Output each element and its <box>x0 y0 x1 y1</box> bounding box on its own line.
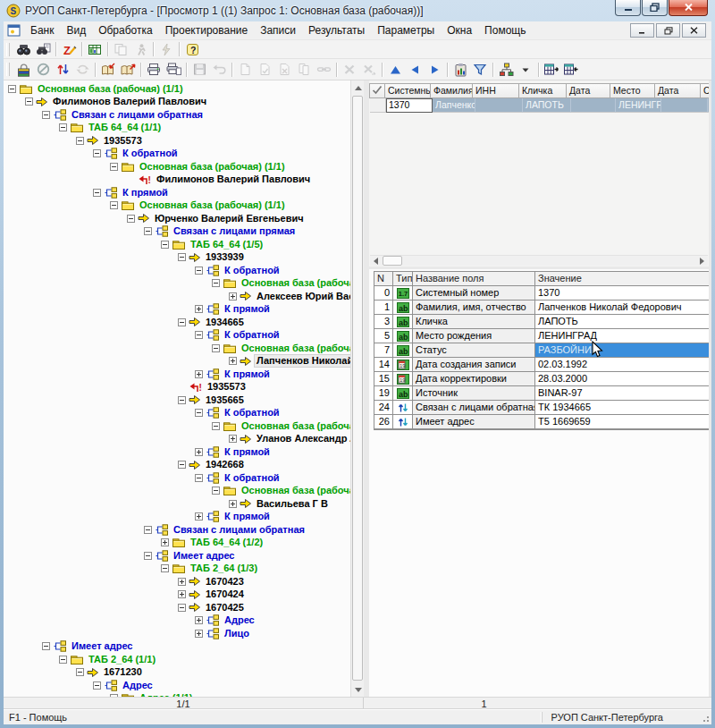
tree-node[interactable]: Адрес <box>4 614 350 628</box>
tree-node-label[interactable]: К прямой <box>223 368 272 380</box>
print-setup-button[interactable] <box>164 61 183 79</box>
field-row[interactable]: 1abФамилия, имя, отчествоЛапченков Никол… <box>374 301 709 315</box>
tree-node-label[interactable]: К прямой <box>121 187 170 199</box>
tree-node-label[interactable]: К обратной <box>223 472 282 484</box>
field-row[interactable]: 01.7Системный номер1370 <box>374 286 709 301</box>
collapse-minus-icon[interactable] <box>161 241 169 249</box>
field-value[interactable]: BINAR-97 <box>535 386 709 401</box>
field-row[interactable]: 7abСтатусРАЗБОЙНИК <box>374 343 709 358</box>
tree-node-label[interactable]: К прямой <box>223 446 272 458</box>
collapse-minus-icon[interactable] <box>76 137 84 145</box>
tree-mode-button[interactable] <box>496 61 516 79</box>
tree-node[interactable]: Филимонов Валерий Павлович <box>4 96 350 109</box>
field-name[interactable]: Кличка <box>413 315 535 329</box>
tree-node-label[interactable]: Адрес <box>121 680 155 691</box>
tree-node-label[interactable]: К обратной <box>223 407 282 419</box>
tree-node-label[interactable]: 1671230 <box>102 666 144 678</box>
tree-node[interactable]: 1935573 <box>4 134 350 148</box>
tree-node-label[interactable]: К обратной <box>223 329 282 341</box>
tree-node[interactable]: 1670425 <box>4 601 350 614</box>
grid-column-header-0[interactable] <box>369 83 385 98</box>
nav-next-button[interactable] <box>425 61 444 79</box>
tree-node-label[interactable]: Алексеев Юрий Васильевич <box>255 291 350 302</box>
grid-horizontal-scrollbar[interactable] <box>370 255 708 266</box>
tree-node[interactable]: Основная база (рабочая) (1/1) <box>4 160 350 174</box>
grid-column-header-1[interactable]: Системный <box>384 83 431 98</box>
menu-item-1[interactable]: Банк <box>24 22 60 38</box>
expand-plus-icon[interactable] <box>195 305 203 313</box>
collapse-minus-icon[interactable] <box>161 564 169 572</box>
tree-node-label[interactable]: 1942668 <box>204 459 246 470</box>
nav-prev-button[interactable] <box>405 61 425 79</box>
tree-node-label[interactable]: Адрес <box>223 614 257 626</box>
close-button[interactable] <box>669 0 708 16</box>
tree-node[interactable]: Лицо <box>4 627 350 640</box>
link-record-button[interactable] <box>314 61 333 79</box>
tree-node-label[interactable]: Филимонов Валерий Павлович <box>51 96 208 107</box>
menu-item-9[interactable]: Помощь <box>478 22 532 38</box>
tree-node-label[interactable]: Основная база (рабочая) (1/1) <box>240 485 350 496</box>
field-value[interactable]: РАЗБОЙНИК <box>535 343 709 358</box>
tree-node-label[interactable]: К обратной <box>121 148 180 159</box>
mdi-close-button[interactable] <box>682 23 706 38</box>
tree-node[interactable]: Лапченков Николай Федорович <box>4 355 350 368</box>
grid-column-header-5[interactable]: Дата <box>566 83 610 98</box>
field-value[interactable]: 1370 <box>535 286 709 301</box>
grid-column-header-8[interactable]: Статус <box>700 83 709 98</box>
field-row[interactable]: 26Имеет адресТ5 1669659 <box>374 415 709 429</box>
tree-node-label[interactable]: Основная база (рабочая) (1/1) <box>240 343 350 354</box>
collapse-minus-icon[interactable] <box>8 85 16 93</box>
tree-mode-menu-button[interactable] <box>516 61 535 79</box>
filter-button[interactable] <box>470 61 490 79</box>
collapse-minus-icon[interactable] <box>59 123 67 131</box>
expand-plus-icon[interactable] <box>178 590 186 598</box>
collapse-minus-icon[interactable] <box>127 215 135 223</box>
field-name[interactable]: Связан с лицами обратная <box>413 401 535 415</box>
collapse-minus-icon[interactable] <box>42 642 50 650</box>
tree-node[interactable]: Адрес <box>4 679 350 692</box>
tree-node[interactable]: Адрес (1/1) <box>4 692 350 698</box>
tree-node-label[interactable]: ТАБ 64_64 (1/1) <box>87 122 163 133</box>
collapse-minus-icon[interactable] <box>110 163 118 171</box>
tree-node[interactable]: Основная база (рабочая) (1/1) <box>4 342 350 355</box>
collapse-minus-icon[interactable] <box>178 396 186 404</box>
scroll-right-button[interactable] <box>696 256 708 266</box>
collapse-minus-icon[interactable] <box>178 461 186 469</box>
grid-cell[interactable]: РАЗБОЙНИК <box>708 98 709 113</box>
grid-cell[interactable] <box>475 98 523 113</box>
tree-node[interactable]: Имеет адрес <box>4 640 350 654</box>
field-row[interactable]: 3abКличкаЛАПОТЬ <box>374 315 709 329</box>
expand-plus-icon[interactable] <box>195 630 203 638</box>
tree-node[interactable]: !1935573 <box>4 381 350 394</box>
edit-record-button[interactable] <box>255 61 274 79</box>
collapse-minus-icon[interactable] <box>178 253 186 261</box>
fields-column-header-4[interactable]: Значение <box>535 272 709 286</box>
collapse-minus-icon[interactable] <box>144 526 152 534</box>
menu-item-8[interactable]: Окна <box>441 22 478 38</box>
collapse-minus-icon[interactable] <box>212 487 220 495</box>
menu-item-3[interactable]: Обработка <box>92 22 159 38</box>
sort-button[interactable] <box>53 61 72 79</box>
tree-node[interactable]: К прямой <box>4 303 350 317</box>
tree-node[interactable]: Юрченко Валерий Евгеньевич <box>4 212 350 225</box>
collapse-minus-icon[interactable] <box>25 97 33 106</box>
collapse-minus-icon[interactable] <box>76 668 84 676</box>
resize-grip[interactable] <box>699 712 711 724</box>
tree-node[interactable]: К прямой <box>4 368 350 381</box>
field-value[interactable]: Лапченков Николай Федорович <box>535 301 709 315</box>
tree-node-label[interactable]: Основная база (рабочая) (1/1) <box>240 420 350 432</box>
tree-node[interactable]: 1671230 <box>4 666 350 680</box>
tree-node[interactable]: 1935665 <box>4 394 350 407</box>
toolbar-grip[interactable] <box>6 63 10 76</box>
field-name[interactable]: Системный номер <box>413 286 535 301</box>
mdi-minimize-button[interactable] <box>630 23 654 38</box>
tree-node-label[interactable]: К прямой <box>223 511 272 522</box>
tree-node-label[interactable]: Филимонов Валерий Павлович <box>155 174 312 185</box>
tree-node[interactable]: Связан с лицами обратная <box>4 523 350 537</box>
expand-plus-icon[interactable] <box>178 578 186 586</box>
tree-node[interactable]: 1670424 <box>4 588 350 602</box>
tree-node[interactable]: Основная база (рабочая) (1/1) <box>4 485 350 498</box>
mdi-restore-button[interactable] <box>656 23 680 38</box>
tree-node[interactable]: ТАБ 64_64 (1/2) <box>4 537 350 550</box>
grid-column-header-7[interactable]: Дата <box>654 83 701 98</box>
